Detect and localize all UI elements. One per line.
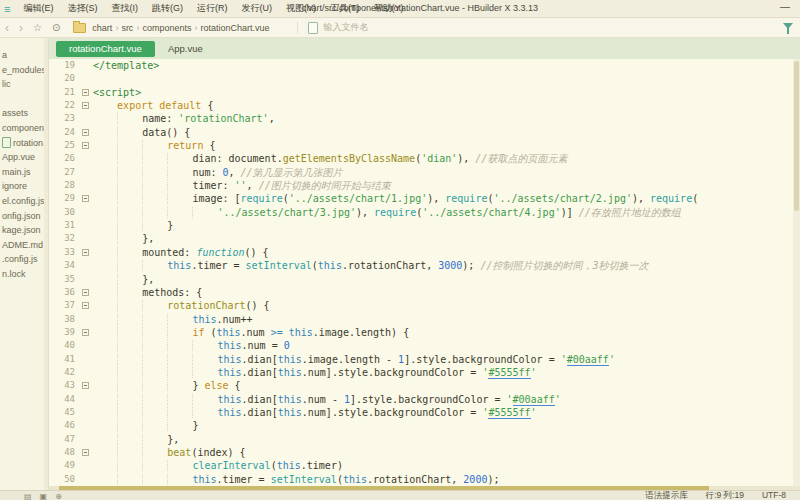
breadcrumb-item[interactable]: components <box>140 23 193 33</box>
code-token: #00aaff <box>567 354 609 366</box>
tree-item[interactable]: lic <box>0 77 48 92</box>
tree-item[interactable]: a <box>0 48 48 63</box>
encoding-status[interactable]: UTF-8 <box>762 490 786 500</box>
tab[interactable]: App.vue <box>155 41 216 57</box>
fold-marker[interactable] <box>82 289 89 296</box>
code-token: ' <box>507 394 513 405</box>
tree-item[interactable]: rotation... <box>0 136 48 151</box>
code-line[interactable]: 41 this.dian[this.image.length - 1].styl… <box>49 353 800 366</box>
file-search-input[interactable]: 输入文件名 <box>297 21 368 34</box>
tree-item[interactable]: App.vue <box>0 150 48 165</box>
tree-item[interactable]: onfig.json <box>0 209 48 224</box>
code-line[interactable]: 34 this.timer = setInterval(this.rotatio… <box>49 259 800 272</box>
code-line[interactable]: 22 export default { <box>49 99 800 112</box>
code-line[interactable]: 47 }, <box>49 433 800 446</box>
fold-marker[interactable] <box>82 89 89 96</box>
menu-item[interactable]: 发行(U) <box>234 2 279 15</box>
code-line[interactable]: 24 data() { <box>49 126 800 139</box>
fold-marker[interactable] <box>82 102 89 109</box>
sync-icon[interactable]: ⊙ <box>47 22 65 34</box>
browser-icon[interactable]: ⊕ <box>55 492 62 500</box>
breadcrumb-item[interactable]: src <box>119 23 135 33</box>
back-icon[interactable]: ‹ <box>0 22 14 34</box>
code-line[interactable]: 36 methods: { <box>49 286 800 299</box>
menu-item[interactable]: 运行(R) <box>190 2 235 15</box>
tree-item[interactable]: components <box>0 121 48 136</box>
menu-item[interactable]: 跳转(G) <box>145 2 190 15</box>
code-line[interactable]: 49 clearInterval(this.timer) <box>49 459 800 472</box>
code-text <box>93 72 800 85</box>
code-token: 'dian' <box>421 153 457 164</box>
tree-item[interactable]: ADME.md <box>0 238 48 253</box>
sidebar-scrollbar[interactable] <box>44 38 48 490</box>
code-line[interactable]: 29 image: [require('../assets/chart/1.jp… <box>49 192 800 205</box>
code-line[interactable]: 33 mounted: function() { <box>49 246 800 259</box>
code-line[interactable]: 40 this.num = 0 <box>49 339 800 352</box>
star-icon[interactable]: ☆ <box>28 22 47 34</box>
code-line[interactable]: 25 return { <box>49 139 800 152</box>
code-line[interactable]: 43 } else { <box>49 379 800 392</box>
tree-item[interactable]: main.js <box>0 165 48 180</box>
fold-marker[interactable] <box>82 142 89 149</box>
tree-item[interactable]: el.config.js <box>0 194 48 209</box>
code-token: this <box>289 327 313 338</box>
code-line[interactable]: 39 if (this.num >= this.image.length) { <box>49 326 800 339</box>
code-editor[interactable]: 19</template>2021<script>22 export defau… <box>49 59 800 486</box>
vertical-scrollbar-thumb[interactable] <box>794 61 799 211</box>
code-line[interactable]: 30 '../assets/chart/3.jpg'), require('..… <box>49 206 800 219</box>
tree-item[interactable]: ignore <box>0 179 48 194</box>
code-line[interactable]: 44 this.dian[this.num - 1].style.backgro… <box>49 393 800 406</box>
panel-grid-icon[interactable]: ▤ <box>24 492 32 500</box>
code-line[interactable]: 27 num: 0, //第几显示第几张图片 <box>49 166 800 179</box>
fold-marker[interactable] <box>82 195 89 202</box>
tree-item[interactable]: assets <box>0 106 48 121</box>
code-line[interactable]: 48 beat(index) { <box>49 446 800 459</box>
code-line[interactable]: 35 }, <box>49 273 800 286</box>
code-line[interactable]: 42 this.dian[this.num].style.backgroundC… <box>49 366 800 379</box>
menu-item[interactable]: 查找(I) <box>104 2 145 15</box>
app-menu-icon[interactable]: ≡ <box>4 4 10 14</box>
code-line[interactable]: 19</template> <box>49 59 800 72</box>
indent-guide <box>167 420 192 431</box>
code-line[interactable]: 31 } <box>49 219 800 232</box>
code-line[interactable]: 26 dian: document.getElementsByClassName… <box>49 152 800 165</box>
fold-marker[interactable] <box>82 449 89 456</box>
code-line[interactable]: 23 name: 'rotationChart', <box>49 112 800 125</box>
fold-marker[interactable] <box>82 302 89 309</box>
fold-marker[interactable] <box>82 129 89 136</box>
breadcrumb-item[interactable]: rotationChart.vue <box>198 23 271 33</box>
code-line[interactable]: 46 } <box>49 419 800 432</box>
code-line[interactable]: 28 timer: '', //图片切换的时间开始与结束 <box>49 179 800 192</box>
indent-guide <box>117 474 142 485</box>
breadcrumb-item[interactable]: chart <box>90 23 114 33</box>
filter-icon[interactable] <box>783 23 793 29</box>
fold-marker[interactable] <box>82 249 89 256</box>
menu-item[interactable]: 编辑(E) <box>16 2 60 15</box>
code-line[interactable]: 45 this.dian[this.num].style.backgroundC… <box>49 406 800 419</box>
indent-guide <box>142 354 167 365</box>
code-line[interactable]: 32 }, <box>49 232 800 245</box>
code-line[interactable]: 20 <box>49 72 800 85</box>
syntax-lib-status[interactable]: 语法提示库 <box>645 490 688 500</box>
code-line[interactable]: 50 this.timer = setInterval(this.rotatio… <box>49 473 800 486</box>
code-token: ' <box>555 394 561 405</box>
menu-item[interactable]: 选择(S) <box>60 2 104 15</box>
forward-icon[interactable]: › <box>14 22 28 34</box>
code-line[interactable]: 21<script> <box>49 86 800 99</box>
tree-item[interactable]: kage.json <box>0 223 48 238</box>
tree-item[interactable]: n.lock <box>0 267 48 282</box>
cursor-position-status[interactable]: 行:9 列:19 <box>706 490 744 500</box>
tab-active[interactable]: rotationChart.vue <box>56 41 155 57</box>
code-line[interactable]: 37 rotationChart() { <box>49 299 800 312</box>
tree-item[interactable]: e_modules <box>0 63 48 78</box>
preview-icon[interactable]: ▣ <box>40 492 48 500</box>
code-line[interactable]: 38 this.num++ <box>49 313 800 326</box>
fold-marker[interactable] <box>82 329 89 336</box>
vertical-scrollbar[interactable] <box>793 59 800 486</box>
tree-item[interactable]: .config.js <box>0 252 48 267</box>
code-token: ); <box>462 260 480 271</box>
indent-guide <box>93 247 117 258</box>
fold-column <box>80 473 93 486</box>
minimize-button[interactable]: — <box>776 1 794 12</box>
fold-marker[interactable] <box>82 382 89 389</box>
